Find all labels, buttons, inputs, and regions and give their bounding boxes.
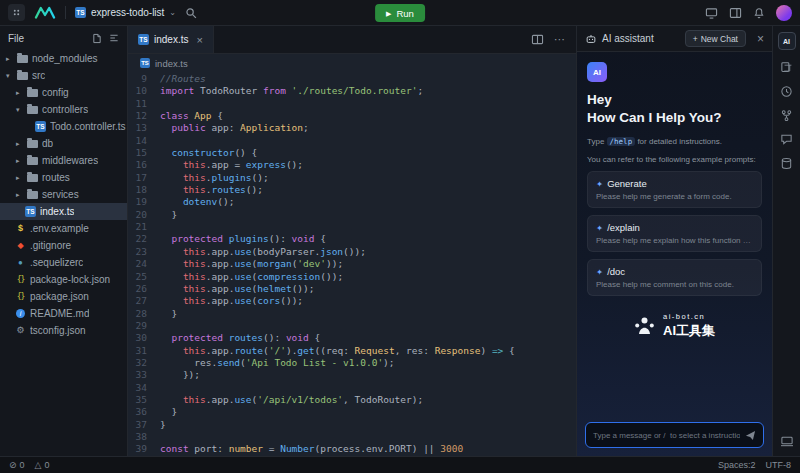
file-name: services: [42, 189, 79, 200]
tree-item-middlewares[interactable]: ▸middlewares: [0, 152, 127, 169]
line-number: 36: [128, 406, 160, 418]
new-file-icon[interactable]: [92, 33, 102, 44]
ai-chat-icon[interactable]: AI: [778, 32, 796, 50]
line-number: 21: [128, 221, 160, 233]
new-chat-button[interactable]: + New Chat: [685, 30, 746, 47]
indentation-status[interactable]: Spaces:2: [718, 460, 756, 470]
file-name: index.ts: [40, 206, 74, 217]
tree-item-package-lock.json[interactable]: {}package-lock.json: [0, 271, 127, 288]
avatar[interactable]: [776, 5, 792, 21]
watermark-logo-icon: [634, 316, 655, 336]
ai-assistant-panel: AI assistant + New Chat × AI Hey How Can…: [576, 26, 772, 456]
prompt-card-doc[interactable]: ✦/docPlease help me comment on this code…: [587, 259, 762, 296]
line-number: 29: [128, 320, 160, 332]
code-line: 17 this.plugins();: [128, 172, 576, 184]
typescript-icon: TS: [140, 58, 150, 68]
tree-item-services[interactable]: ▸services: [0, 186, 127, 203]
branch-icon[interactable]: [780, 109, 793, 122]
file-name: .gitignore: [30, 240, 71, 251]
project-selector[interactable]: TS express-todo-list ⌄: [75, 7, 176, 18]
folder-icon: [27, 89, 38, 97]
chevron-down-icon: ⌄: [169, 9, 176, 17]
collapse-all-icon[interactable]: [109, 33, 119, 43]
tree-item-README.md[interactable]: iREADME.md: [0, 305, 127, 322]
chat-input-bar: [585, 422, 764, 448]
breadcrumb[interactable]: TS index.ts: [128, 54, 576, 72]
code-line: 26 this.app.use(helmet());: [128, 283, 576, 295]
tree-item-.env.example[interactable]: $.env.example: [0, 220, 127, 237]
tree-item-tsconfig.json[interactable]: ⚙tsconfig.json: [0, 322, 127, 339]
layout-icon[interactable]: [729, 7, 742, 19]
line-number: 32: [128, 357, 160, 369]
split-editor-icon[interactable]: [531, 34, 544, 45]
tree-item-node_modules[interactable]: ▸node_modules: [0, 50, 127, 67]
tab-label: index.ts: [154, 34, 188, 45]
file-name: tsconfig.json: [30, 325, 86, 336]
tree-item-config[interactable]: ▸config: [0, 84, 127, 101]
tree-item-.sequelizerc[interactable]: ●.sequelizerc: [0, 254, 127, 271]
help-command-chip[interactable]: /help: [607, 137, 636, 146]
cfg-file-icon: ⚙: [15, 326, 26, 335]
code-line: 38: [128, 431, 576, 443]
file-name: .env.example: [30, 223, 89, 234]
watermark-name: AI工具集: [663, 322, 715, 340]
warnings-status[interactable]: △ 0: [35, 460, 50, 470]
line-number: 30: [128, 332, 160, 344]
md-file-icon: i: [16, 309, 25, 318]
right-activity-bar: AI: [772, 26, 800, 456]
typescript-icon: TS: [75, 7, 86, 18]
code-editor[interactable]: 9//Routes10import TodoRouter from './rou…: [128, 72, 576, 456]
history-icon[interactable]: [780, 85, 793, 98]
tree-item-controllers[interactable]: ▾controllers: [0, 101, 127, 118]
tree-item-routes[interactable]: ▸routes: [0, 169, 127, 186]
search-icon[interactable]: [185, 7, 197, 19]
tab-index-ts[interactable]: TS index.ts ×: [128, 26, 214, 53]
tree-item-.gitignore[interactable]: ◆.gitignore: [0, 237, 127, 254]
bell-icon[interactable]: [753, 7, 765, 19]
tree-item-db[interactable]: ▸db: [0, 135, 127, 152]
tree-item-src[interactable]: ▾src: [0, 67, 127, 84]
docs-icon[interactable]: [780, 61, 793, 74]
tree-item-Todo.controller.ts[interactable]: TSTodo.controller.ts: [0, 118, 127, 135]
send-icon[interactable]: [745, 430, 756, 441]
line-number: 9: [128, 73, 160, 85]
line-number: 25: [128, 271, 160, 283]
chat-input[interactable]: [593, 431, 740, 440]
file-tree: ▸node_modules▾src▸config▾controllersTSTo…: [0, 50, 127, 339]
code-line: 35 this.app.use('/api/v1/todos', TodoRou…: [128, 394, 576, 406]
error-icon: ⊘: [9, 460, 17, 470]
comments-icon[interactable]: [780, 133, 793, 146]
run-button[interactable]: ▶ Run: [375, 4, 425, 22]
new-chat-label: New Chat: [701, 34, 738, 44]
prompts-intro: You can refer to the following example p…: [587, 155, 762, 164]
encoding-status[interactable]: UTF-8: [766, 460, 792, 470]
prompt-card-explain[interactable]: ✦/explainPlease help me explain how this…: [587, 215, 762, 252]
file-name: routes: [42, 172, 70, 183]
warning-icon: △: [35, 460, 42, 470]
database-icon[interactable]: [780, 157, 793, 170]
prompt-card-Generate[interactable]: ✦GeneratePlease help me generate a form …: [587, 171, 762, 208]
tree-item-index.ts[interactable]: TSindex.ts: [0, 203, 127, 220]
line-number: 28: [128, 308, 160, 320]
file-name: db: [42, 138, 53, 149]
code-line: 25 this.app.use(compression());: [128, 271, 576, 283]
line-number: 27: [128, 295, 160, 307]
prompt-title: /explain: [607, 222, 640, 233]
more-actions-icon[interactable]: ⋯: [554, 33, 566, 46]
topbar-actions: [705, 5, 792, 21]
prompt-title: /doc: [607, 266, 625, 277]
device-preview-icon[interactable]: [780, 435, 794, 448]
errors-status[interactable]: ⊘ 0: [9, 460, 25, 470]
prompt-list: ✦GeneratePlease help me generate a form …: [587, 171, 762, 303]
tree-item-package.json[interactable]: {}package.json: [0, 288, 127, 305]
screen-share-icon[interactable]: [705, 7, 718, 19]
greeting-line-2: How Can I Help You?: [587, 109, 762, 127]
code-line: 10import TodoRouter from './routes/Todo.…: [128, 85, 576, 97]
close-panel-icon[interactable]: ×: [757, 32, 764, 46]
folder-icon: [27, 174, 38, 182]
close-tab-icon[interactable]: ×: [196, 34, 202, 46]
line-number: 35: [128, 394, 160, 406]
chevron-right-icon: ▸: [16, 157, 23, 164]
menu-icon[interactable]: [8, 4, 25, 21]
code-line: 36 }: [128, 406, 576, 418]
